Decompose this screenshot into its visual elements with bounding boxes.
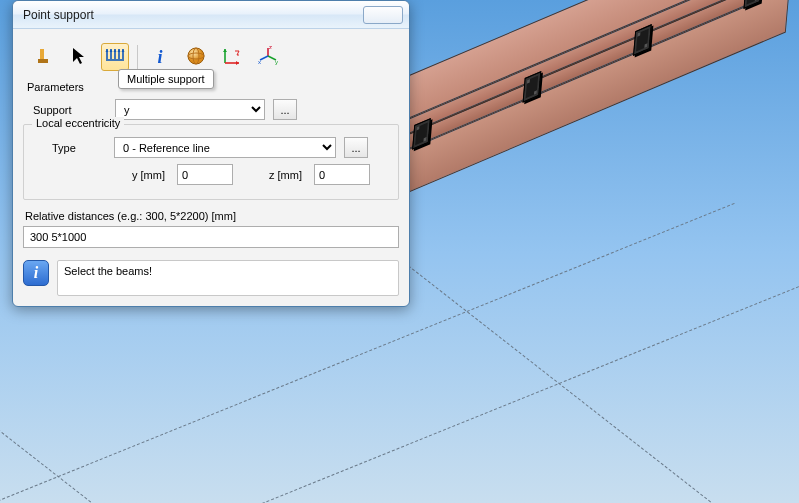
point-support-dialog: Point support bbox=[12, 0, 410, 307]
axis-button[interactable] bbox=[218, 43, 246, 71]
svg-point-2 bbox=[188, 48, 204, 64]
tooltip: Multiple support bbox=[118, 69, 214, 89]
multiple-support-button[interactable] bbox=[101, 43, 129, 71]
hint-info-icon: i bbox=[23, 260, 49, 286]
eccentricity-legend: Local eccentricity bbox=[32, 117, 124, 129]
pointer-icon bbox=[68, 45, 90, 69]
titlebar[interactable]: Point support bbox=[13, 1, 409, 29]
svg-text:x: x bbox=[258, 59, 261, 65]
single-support-button[interactable] bbox=[29, 43, 57, 71]
distances-input[interactable] bbox=[23, 226, 399, 248]
svg-rect-0 bbox=[40, 49, 44, 59]
support-browse-button[interactable]: ... bbox=[273, 99, 297, 120]
support-label: Support bbox=[23, 104, 107, 116]
multiple-support-icon bbox=[104, 45, 126, 69]
hint-text: Select the beams! bbox=[57, 260, 399, 296]
type-browse-button[interactable]: ... bbox=[344, 137, 368, 158]
distances-label: Relative distances (e.g.: 300, 5*2200) [… bbox=[25, 210, 399, 222]
info-button[interactable]: i bbox=[146, 43, 174, 71]
sphere-button[interactable] bbox=[182, 43, 210, 71]
type-select[interactable]: 0 - Reference line bbox=[114, 137, 336, 158]
type-label: Type bbox=[32, 142, 106, 154]
svg-text:y: y bbox=[275, 59, 278, 65]
y-label: y [mm] bbox=[132, 169, 165, 181]
toolbar-separator bbox=[137, 45, 138, 69]
dialog-title: Point support bbox=[23, 8, 363, 22]
support-select[interactable]: y bbox=[115, 99, 265, 120]
local-eccentricity-group: Local eccentricity Type 0 - Reference li… bbox=[23, 124, 399, 200]
sphere-icon bbox=[185, 45, 207, 69]
coord-button[interactable]: z y x bbox=[254, 43, 282, 71]
svg-text:z: z bbox=[269, 45, 272, 50]
close-button[interactable] bbox=[363, 6, 403, 24]
coord-icon: z y x bbox=[257, 45, 279, 69]
axis-icon bbox=[221, 45, 243, 69]
y-input[interactable] bbox=[177, 164, 233, 185]
pointer-button[interactable] bbox=[65, 43, 93, 71]
info-icon: i bbox=[157, 47, 162, 68]
z-input[interactable] bbox=[314, 164, 370, 185]
single-support-icon bbox=[32, 45, 54, 69]
z-label: z [mm] bbox=[269, 169, 302, 181]
svg-rect-1 bbox=[38, 59, 48, 63]
